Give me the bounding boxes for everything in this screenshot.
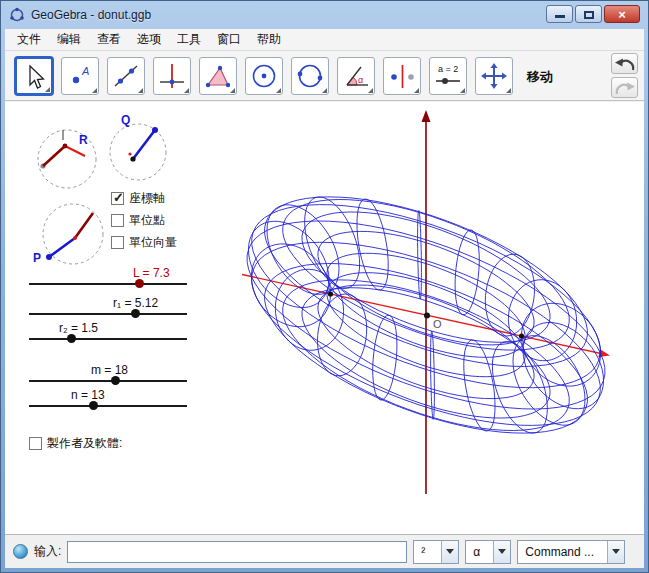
tool-dropdown-arrow-icon[interactable] bbox=[138, 88, 143, 93]
tool-dropdown-arrow-icon[interactable] bbox=[322, 88, 327, 93]
torus-inner-point-left[interactable] bbox=[328, 291, 333, 296]
circle-tool-button[interactable] bbox=[245, 57, 283, 95]
minimize-button[interactable] bbox=[546, 5, 573, 23]
point-icon: A bbox=[65, 61, 95, 91]
point-q[interactable] bbox=[152, 127, 158, 133]
slider-r1-knob[interactable] bbox=[131, 309, 140, 318]
maximize-button[interactable] bbox=[575, 5, 602, 23]
slider-L-knob[interactable] bbox=[135, 279, 144, 288]
input-label: 输入: bbox=[34, 543, 61, 560]
dropdown-arrow-button[interactable] bbox=[441, 541, 458, 563]
slider-L-track[interactable] bbox=[29, 283, 187, 285]
tool-dropdown-arrow-icon[interactable] bbox=[45, 87, 50, 92]
tool-dropdown-arrow-icon[interactable] bbox=[92, 88, 97, 93]
chevron-down-icon bbox=[612, 549, 620, 554]
menu-edit[interactable]: 编辑 bbox=[49, 28, 89, 51]
menu-file[interactable]: 文件 bbox=[9, 28, 49, 51]
slider-n-label: n = 13 bbox=[71, 388, 105, 402]
command-dropdown[interactable]: Command ... bbox=[517, 540, 625, 564]
redo-button[interactable] bbox=[611, 77, 638, 98]
point-label-p: P bbox=[33, 251, 41, 265]
menu-help[interactable]: 帮助 bbox=[249, 28, 289, 51]
command-input[interactable] bbox=[67, 541, 407, 563]
slider-n-knob[interactable] bbox=[89, 401, 98, 410]
svg-text:a = 2: a = 2 bbox=[438, 64, 458, 74]
dropdown-arrow-button[interactable] bbox=[607, 541, 624, 563]
geogebra-window: GeoGebra - donut.ggb × 文件 编辑 查看 选项 工具 窗口… bbox=[0, 0, 649, 573]
slider-L: L = 7.3 bbox=[29, 266, 189, 292]
checkbox-unit-vector[interactable]: 單位向量 bbox=[111, 234, 177, 251]
reflect-tool-button[interactable] bbox=[383, 57, 421, 95]
menu-options[interactable]: 选项 bbox=[129, 28, 169, 51]
polygon-tool-button[interactable] bbox=[199, 57, 237, 95]
reflect-icon bbox=[387, 61, 417, 91]
tool-dropdown-arrow-icon[interactable] bbox=[184, 88, 189, 93]
angle-tool-button[interactable]: α bbox=[337, 57, 375, 95]
slider-r1: r₁ = 5.12 bbox=[29, 296, 189, 322]
slider-m-track[interactable] bbox=[29, 380, 187, 382]
circle-icon bbox=[249, 61, 279, 91]
redo-icon bbox=[613, 80, 637, 96]
checkbox-unit-point[interactable]: 單位點 bbox=[111, 212, 165, 229]
superscript-dropdown-value: ² bbox=[414, 541, 441, 563]
checkbox-unit-vector-box bbox=[111, 236, 124, 249]
greek-letter-dropdown[interactable]: α bbox=[465, 540, 511, 564]
move-graphics-icon bbox=[479, 61, 509, 91]
perpendicular-line-icon bbox=[157, 61, 187, 91]
greek-letter-dropdown-value: α bbox=[466, 541, 493, 563]
slider-r2-label: r₂ = 1.5 bbox=[59, 321, 98, 335]
slider-m-label: m = 18 bbox=[91, 363, 128, 377]
checkbox-unit-point-box bbox=[111, 214, 124, 227]
slider-r2-knob[interactable] bbox=[67, 334, 76, 343]
input-bar: 输入: ² α Command ... bbox=[5, 534, 644, 568]
origin-point[interactable] bbox=[424, 313, 430, 319]
rotor-widget-p: P bbox=[33, 204, 103, 265]
tool-mode-label: 移动 bbox=[527, 68, 553, 86]
titlebar: GeoGebra - donut.ggb × bbox=[1, 1, 648, 29]
command-dropdown-value: Command ... bbox=[518, 541, 607, 563]
menu-tools[interactable]: 工具 bbox=[169, 28, 209, 51]
slider-r1-track[interactable] bbox=[29, 313, 187, 315]
checkbox-axes[interactable]: 座標軸 bbox=[111, 190, 165, 207]
slider-tool-button[interactable]: a = 2 bbox=[429, 57, 467, 95]
tool-dropdown-arrow-icon[interactable] bbox=[414, 88, 419, 93]
checkbox-axes-box bbox=[111, 192, 124, 205]
input-help-icon[interactable] bbox=[13, 544, 28, 559]
rotor-widget-r: R bbox=[38, 130, 96, 188]
tool-dropdown-arrow-icon[interactable] bbox=[230, 88, 235, 93]
slider-n-track[interactable] bbox=[29, 405, 187, 407]
window-title: GeoGebra - donut.ggb bbox=[31, 8, 151, 22]
tool-dropdown-arrow-icon[interactable] bbox=[276, 88, 281, 93]
z-axis-arrow-icon bbox=[422, 110, 431, 122]
undo-icon bbox=[613, 56, 637, 72]
slider-m: m = 18 bbox=[29, 363, 189, 389]
torus-inner-point-right[interactable] bbox=[519, 333, 524, 338]
polygon-icon bbox=[203, 61, 233, 91]
point-tool-button[interactable]: A bbox=[61, 57, 99, 95]
tool-dropdown-arrow-icon[interactable] bbox=[368, 88, 373, 93]
close-button[interactable]: × bbox=[604, 5, 640, 23]
menu-view[interactable]: 查看 bbox=[89, 28, 129, 51]
move-graphics-view-tool-button[interactable] bbox=[475, 57, 513, 95]
slider-L-label: L = 7.3 bbox=[133, 266, 170, 280]
graphics-view[interactable]: R Q P bbox=[5, 102, 644, 534]
point-p[interactable] bbox=[46, 254, 52, 260]
menu-window[interactable]: 窗口 bbox=[209, 28, 249, 51]
dropdown-arrow-button[interactable] bbox=[493, 541, 510, 563]
chevron-down-icon bbox=[446, 549, 454, 554]
slider-r2-track[interactable] bbox=[29, 338, 187, 340]
checkbox-author-info[interactable]: 製作者及軟體: bbox=[29, 435, 122, 452]
rotor-widget-q: Q bbox=[110, 113, 166, 180]
slider-m-knob[interactable] bbox=[111, 376, 120, 385]
svg-text:A: A bbox=[81, 65, 89, 77]
superscript-dropdown[interactable]: ² bbox=[413, 540, 459, 564]
move-tool-button[interactable] bbox=[15, 57, 53, 95]
close-icon: × bbox=[605, 6, 639, 23]
conic-tool-button[interactable] bbox=[291, 57, 329, 95]
tool-dropdown-arrow-icon[interactable] bbox=[506, 88, 511, 93]
perpendicular-line-tool-button[interactable] bbox=[153, 57, 191, 95]
maximize-icon bbox=[584, 11, 594, 19]
undo-button[interactable] bbox=[611, 53, 638, 74]
line-tool-button[interactable] bbox=[107, 57, 145, 95]
tool-dropdown-arrow-icon[interactable] bbox=[460, 88, 465, 93]
